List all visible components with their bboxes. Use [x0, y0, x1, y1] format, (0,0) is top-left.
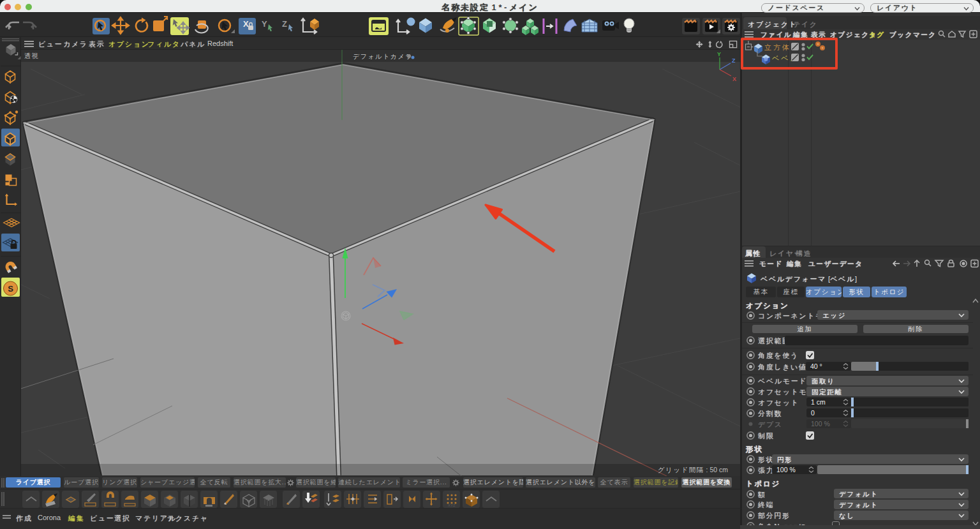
svg-text:Y: Y [262, 19, 267, 29]
svg-text:Y: Y [717, 51, 721, 57]
svg-text:グリッド間隔 : 50 cm: グリッド間隔 : 50 cm [658, 466, 729, 473]
svg-text:Z: Z [282, 19, 287, 29]
svg-text:X: X [243, 19, 249, 29]
svg-text:Z: Z [732, 57, 736, 64]
svg-text:X: X [732, 76, 736, 82]
svg-text:S: S [8, 284, 13, 294]
svg-text:デフォルトカメラ: デフォルトカメラ [353, 53, 413, 60]
svg-text:透視: 透視 [24, 52, 39, 59]
svg-text:XYZ: XYZ [448, 503, 456, 507]
